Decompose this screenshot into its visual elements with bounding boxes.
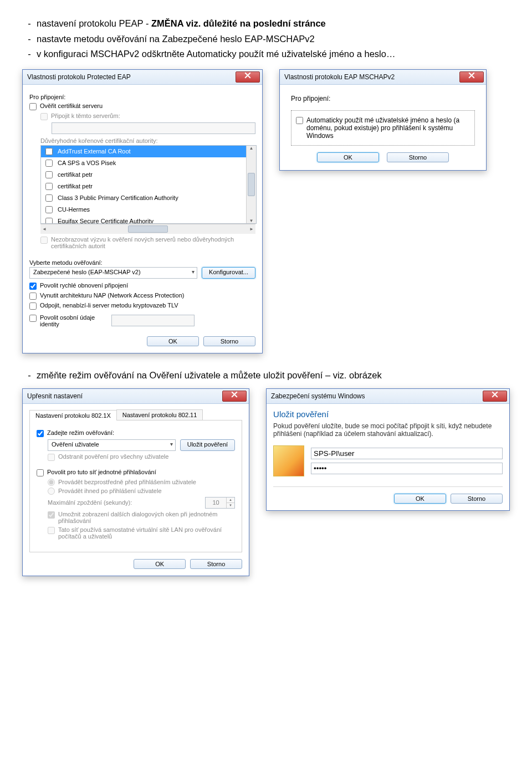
intro-line3: v konfiguraci MSCHAPv2 odškrtněte Automa… bbox=[37, 47, 510, 61]
sso-after-radio[interactable]: Provádět ihned po přihlášení uživatele bbox=[48, 488, 235, 495]
username-input[interactable] bbox=[311, 448, 503, 459]
credentials-dialog: Zabezpečení systému Windows Uložit pověř… bbox=[266, 388, 510, 511]
peap-title: Vlastnosti protokolu Protected EAP bbox=[27, 73, 236, 81]
ok-button[interactable]: OK bbox=[317, 152, 379, 162]
advanced-title: Upřesnit nastavení bbox=[27, 392, 222, 400]
horizontal-scrollbar[interactable]: ◄► bbox=[40, 224, 255, 234]
ok-button[interactable]: OK bbox=[147, 336, 199, 346]
disconnect-tlv-checkbox[interactable]: Odpojit, nenabízí-li server metodu krypt… bbox=[29, 302, 255, 310]
cancel-button[interactable]: Storno bbox=[203, 336, 255, 346]
intro-line1a: nastavení protokolu PEAP - bbox=[37, 18, 151, 28]
mschap-auto-checkbox[interactable]: Automaticky použít mé uživatelské jméno … bbox=[296, 116, 470, 140]
close-icon[interactable] bbox=[483, 391, 507, 402]
cred-desc: Pokud pověření uložíte, bude se moci poč… bbox=[273, 422, 503, 438]
allow-dialogs-checkbox[interactable]: Umožnit zobrazení dalších dialogových ok… bbox=[48, 511, 235, 524]
user-avatar-icon bbox=[273, 445, 304, 476]
cancel-button[interactable]: Storno bbox=[190, 559, 242, 569]
trusted-roots-list[interactable]: AddTrust External CA Root CA SPS a VOS P… bbox=[40, 145, 257, 224]
auth-mode-combo[interactable]: Ověření uživatele bbox=[48, 439, 176, 451]
mschap-dialog: Vlastnosti protokolu EAP MSCHAPv2 Pro př… bbox=[279, 69, 487, 171]
peap-forconn: Pro připojení: bbox=[29, 94, 255, 100]
tab-8021x[interactable]: Nastavení protokolu 802.1X bbox=[29, 410, 117, 420]
peap-dialog: Vlastnosti protokolu Protected EAP Pro p… bbox=[22, 69, 263, 353]
close-icon[interactable] bbox=[236, 71, 260, 83]
save-credentials-button[interactable]: Uložit pověření bbox=[180, 439, 235, 451]
close-icon[interactable] bbox=[222, 391, 247, 402]
enable-sso-checkbox[interactable]: Povolit pro tuto síť jednotné přihlašová… bbox=[37, 469, 235, 476]
max-delay-label: Maximální zpoždění (sekundy): bbox=[48, 499, 200, 506]
vertical-scrollbar[interactable]: ▲▼ bbox=[246, 146, 256, 223]
noask-checkbox[interactable]: Nezobrazovat výzvu k ověření nových serv… bbox=[40, 236, 255, 249]
delete-cred-checkbox[interactable]: Odstranit pověření pro všechny uživatele bbox=[48, 453, 235, 461]
connect-servers-checkbox[interactable]: Připojit k těmto serverům: bbox=[40, 112, 255, 120]
middle-instruction: - změňte režim ověřování na Ověření uživ… bbox=[22, 370, 510, 381]
trusted-roots-label: Důvěryhodné kořenové certifikační autori… bbox=[40, 137, 255, 144]
cred-heading: Uložit pověření bbox=[273, 409, 503, 419]
cancel-button[interactable]: Storno bbox=[387, 152, 449, 162]
configure-button[interactable]: Konfigurovat... bbox=[202, 267, 255, 279]
intro-line2: nastavte metodu ověřování na Zabezpečené… bbox=[37, 32, 510, 47]
mschap-title: Vlastnosti protokolu EAP MSCHAPv2 bbox=[284, 73, 459, 81]
cancel-button[interactable]: Storno bbox=[451, 494, 503, 504]
close-icon[interactable] bbox=[459, 71, 484, 83]
verify-cert-checkbox[interactable]: Ověřit certifikát serveru bbox=[29, 102, 255, 110]
sso-before-radio[interactable]: Provádět bezprostředně před přihlášením … bbox=[48, 479, 235, 486]
intro-line1b: ZMĚNA viz. důležité na poslední stránce bbox=[151, 18, 326, 28]
auth-method-combo[interactable]: Zabezpečené heslo (EAP-MSCHAP v2) bbox=[29, 267, 197, 279]
mschap-forconn: Pro připojení: bbox=[291, 95, 475, 102]
advanced-dialog: Upřesnit nastavení Nastavení protokolu 8… bbox=[22, 388, 249, 576]
max-delay-spinner[interactable]: 10 ▲▼ bbox=[205, 497, 235, 509]
specify-mode-checkbox[interactable]: Zadejte režim ověřování: bbox=[37, 429, 235, 437]
enforce-nap-checkbox[interactable]: Vynutit architekturu NAP (Network Access… bbox=[29, 292, 255, 300]
identity-privacy-checkbox[interactable]: Povolit osobní údaje identity bbox=[29, 314, 107, 327]
cred-title: Zabezpečení systému Windows bbox=[271, 392, 483, 400]
fast-reconnect-checkbox[interactable]: Povolit rychlé obnovení připojení bbox=[29, 282, 255, 290]
tab-80211[interactable]: Nastavení protokolu 802.11 bbox=[116, 409, 203, 420]
ok-button[interactable]: OK bbox=[134, 559, 186, 569]
servers-input[interactable] bbox=[52, 122, 255, 134]
identity-input[interactable] bbox=[111, 315, 195, 326]
vlan-checkbox[interactable]: Tato síť používá samostatné virtuální sí… bbox=[48, 526, 235, 540]
ok-button[interactable]: OK bbox=[394, 494, 446, 504]
select-method-label: Vyberte metodu ověřování: bbox=[29, 259, 255, 266]
intro-text: - nastavení protokolu PEAP - ZMĚNA viz. … bbox=[22, 17, 510, 61]
password-input[interactable] bbox=[311, 463, 503, 474]
